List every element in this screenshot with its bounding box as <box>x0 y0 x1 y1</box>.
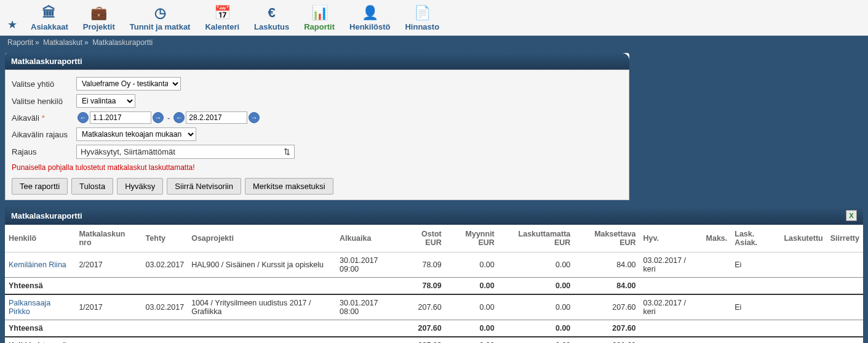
cell: 30.01.2017 08:00 <box>336 294 401 320</box>
cell: 78.09 <box>401 252 445 278</box>
cell <box>703 252 731 278</box>
cell: 2/2017 <box>75 252 141 278</box>
transfer-netvisor-button[interactable]: Siirrä Netvisoriin <box>167 178 241 195</box>
cell: 84.00 <box>574 252 639 278</box>
approve-button[interactable]: Hyväksy <box>117 178 163 195</box>
company-label: Valitse yhtiö <box>12 79 76 89</box>
cell: HAL900 / Sisäinen / Kurssit ja opiskelu <box>188 252 336 278</box>
grandtotal-label: Kaikki yhteensä <box>5 337 75 343</box>
person-link[interactable]: Kemiläinen Riina <box>9 260 66 269</box>
col-subproj[interactable]: Osaprojekti <box>188 225 336 252</box>
nav-raportit[interactable]: 📊Raportit <box>297 2 342 35</box>
col-payable[interactable]: Maksettava EUR <box>574 225 639 252</box>
col-billcust[interactable]: Lask. Asiak. <box>731 225 780 252</box>
briefcase-icon: 💼 <box>83 5 115 21</box>
date-prev-icon[interactable]: ← <box>78 112 89 123</box>
limit-select[interactable]: Matkalaskun tekoajan mukaan <box>76 127 196 141</box>
limit-label: Aikavälin rajaus <box>12 130 76 139</box>
filter-label: Rajaus <box>12 147 76 156</box>
period-label: Aikaväli* <box>12 113 76 123</box>
export-excel-icon[interactable]: X <box>846 210 857 221</box>
bank-icon: 🏛 <box>31 5 68 21</box>
clock-icon: ◷ <box>130 5 191 21</box>
print-button[interactable]: Tulosta <box>71 178 113 195</box>
person-link[interactable]: Palkansaaja Pirkko <box>9 299 50 316</box>
nav-kalenteri[interactable]: 📅Kalenteri <box>197 2 247 35</box>
warning-text: Punaisella pohjalla tulostetut matkalask… <box>12 161 623 174</box>
report-table: Henkilö Matkalaskun nro Tehty Osaprojekt… <box>5 225 863 343</box>
cell <box>827 294 863 320</box>
chart-icon: 📊 <box>304 5 335 21</box>
subtotal-label: Yhteensä <box>5 320 75 337</box>
person-select[interactable]: Ei valintaa <box>76 94 135 108</box>
breadcrumb-item[interactable]: Matkalaskut <box>43 38 82 47</box>
person-label: Valitse henkilö <box>12 97 76 106</box>
cell <box>780 252 826 278</box>
cell <box>827 252 863 278</box>
nav-hinnasto[interactable]: 📄Hinnasto <box>397 2 447 35</box>
cell <box>780 294 826 320</box>
subtotal-row: Yhteensä 78.09 0.00 0.00 84.00 <box>5 278 863 295</box>
col-made[interactable]: Tehty <box>142 225 188 252</box>
report-panel: Matkalaskuraportti X Henkilö Matkalaskun… <box>5 206 863 343</box>
company-select[interactable]: Valueframe Oy - testikanta! <box>76 77 181 91</box>
calendar-icon: 📅 <box>205 5 239 21</box>
period-separator: - <box>167 113 170 123</box>
col-unbilled[interactable]: Laskuttamatta EUR <box>498 225 575 252</box>
cell: 03.02.2017 / keri <box>640 252 703 278</box>
subtotal-label: Yhteensä <box>5 278 75 295</box>
filter-select[interactable]: Hyväksytyt, Siirtämättömät ⇅ <box>76 145 295 159</box>
nav-henkilosto[interactable]: 👤Henkilöstö <box>342 2 397 35</box>
table-row: Kemiläinen Riina 2/2017 03.02.2017 HAL90… <box>5 252 863 278</box>
subtotal-row: Yhteensä 207.60 0.00 0.00 207.60 <box>5 320 863 337</box>
cell: 0.00 <box>445 294 498 320</box>
col-buy[interactable]: Ostot EUR <box>401 225 445 252</box>
cell: 03.02.2017 / keri <box>640 294 703 320</box>
col-appr[interactable]: Hyv. <box>640 225 703 252</box>
cell: 207.60 <box>401 294 445 320</box>
breadcrumb: Raportit» Matkalaskut» Matkalaskuraportt… <box>0 36 868 49</box>
date-to-input[interactable] <box>186 111 247 124</box>
cell: 03.02.2017 <box>142 252 188 278</box>
grandtotal-row: Kaikki yhteensä 285.69 0.00 0.00 291.60 <box>5 337 863 343</box>
cell: 03.02.2017 <box>142 294 188 320</box>
nav-tunnit-ja-matkat[interactable]: ◷Tunnit ja matkat <box>122 2 198 35</box>
date-from-input[interactable] <box>90 111 151 124</box>
col-person[interactable]: Henkilö <box>5 225 75 252</box>
cell: 207.60 <box>574 294 639 320</box>
filter-panel: Matkalaskuraportti Valitse yhtiö Valuefr… <box>5 53 629 200</box>
cell: Ei <box>731 252 780 278</box>
cell <box>703 294 731 320</box>
nav-projektit[interactable]: 💼Projektit <box>76 2 122 35</box>
cell: 1/2017 <box>75 294 141 320</box>
make-report-button[interactable]: Tee raportti <box>12 178 68 195</box>
cell: 1004 / Yritysilmeen uudistus 2017 / Graf… <box>188 294 336 320</box>
col-transf[interactable]: Siirretty <box>827 225 863 252</box>
col-start[interactable]: Alkuaika <box>336 225 401 252</box>
col-sell[interactable]: Myynnit EUR <box>445 225 498 252</box>
date-next-icon[interactable]: → <box>153 112 164 123</box>
cell: 0.00 <box>445 252 498 278</box>
cell: 0.00 <box>498 252 575 278</box>
table-row: Palkansaaja Pirkko 1/2017 03.02.2017 100… <box>5 294 863 320</box>
top-nav: ★ 🏛Asiakkaat 💼Projektit ◷Tunnit ja matka… <box>0 0 868 36</box>
report-title: Matkalaskuraportti <box>11 211 82 220</box>
favorites-star-icon[interactable]: ★ <box>5 18 23 35</box>
breadcrumb-item: Matkalaskuraportti <box>92 38 153 47</box>
cell: 30.01.2017 09:00 <box>336 252 401 278</box>
updown-icon: ⇅ <box>284 147 290 156</box>
cell: 0.00 <box>498 294 575 320</box>
document-icon: 📄 <box>405 5 439 21</box>
person-icon: 👤 <box>349 5 390 21</box>
panel-title: Matkalaskuraportti <box>5 53 629 70</box>
date-prev-icon[interactable]: ← <box>173 112 185 123</box>
nav-asiakkaat[interactable]: 🏛Asiakkaat <box>23 2 76 35</box>
col-billed[interactable]: Laskutettu <box>780 225 826 252</box>
col-paid[interactable]: Maks. <box>703 225 731 252</box>
cell: Ei <box>731 294 780 320</box>
date-next-icon[interactable]: → <box>249 112 260 123</box>
breadcrumb-item[interactable]: Raportit <box>7 38 33 47</box>
col-nro[interactable]: Matkalaskun nro <box>75 225 141 252</box>
nav-laskutus[interactable]: €Laskutus <box>247 2 297 35</box>
mark-paid-button[interactable]: Merkitse maksetuksi <box>245 178 333 195</box>
